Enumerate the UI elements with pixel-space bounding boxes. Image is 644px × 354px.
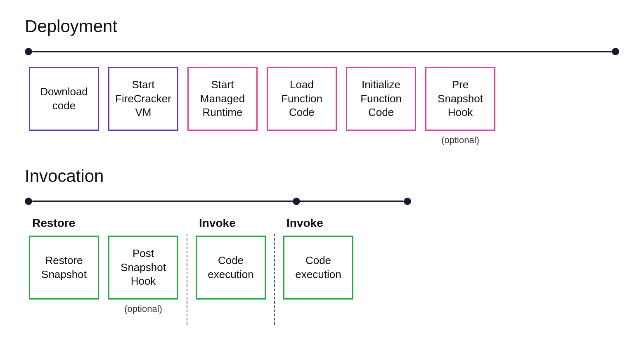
pre-snapshot-hook-box: PreSnapshotHook [425,67,495,131]
start-firecracker-group: StartFireCrackerVM [108,67,178,131]
download-code-group: Downloadcode [29,67,99,131]
invocation-boxes: Restore RestoreSnapshot PostSnapshotHook… [25,217,619,325]
invoke-1-label: Invoke [196,217,236,230]
initialize-function-code-group: InitializeFunctionCode [346,67,416,131]
code-execution-1-group: Codeexecution [196,236,266,300]
restore-boxes-row: RestoreSnapshot PostSnapshotHook (option… [29,236,178,314]
post-snapshot-hook-group: PostSnapshotHook (optional) [108,236,178,314]
invoke-2-label: Invoke [283,217,323,230]
start-firecracker-label: StartFireCrackerVM [115,78,171,120]
invoke-group-1: Invoke Codeexecution [196,217,266,300]
load-function-code-group: LoadFunctionCode [267,67,337,131]
load-function-code-label: LoadFunctionCode [281,78,322,120]
restore-group-label: Restore [29,217,75,230]
restore-snapshot-group: RestoreSnapshot [29,236,99,300]
deployment-title: Deployment [25,17,619,36]
download-code-box: Downloadcode [29,67,99,131]
initialize-function-code-box: InitializeFunctionCode [346,67,416,131]
restore-snapshot-box: RestoreSnapshot [29,236,99,300]
restore-snapshot-label: RestoreSnapshot [41,254,87,282]
post-snapshot-hook-box: PostSnapshotHook [108,236,178,300]
invocation-title: Invocation [25,166,619,186]
code-execution-1-box: Codeexecution [196,236,266,300]
start-managed-runtime-box: StartManagedRuntime [187,67,258,131]
code-execution-2-box: Codeexecution [283,236,353,300]
invoke-1-boxes-row: Codeexecution [196,236,266,300]
dashed-divider-2 [274,234,275,325]
pre-snapshot-hook-label: PreSnapshotHook [438,78,483,120]
invoke-2-boxes-row: Codeexecution [283,236,353,300]
code-execution-1-label: Codeexecution [208,254,253,282]
start-managed-runtime-group: StartManagedRuntime [187,67,258,131]
initialize-function-code-label: InitializeFunctionCode [360,78,402,120]
invocation-dot-mid [293,198,300,205]
invocation-section: Invocation Restore RestoreSnapshot [25,166,619,325]
invocation-line-left [32,201,296,202]
invocation-dot-left [25,198,32,205]
deployment-boxes: Downloadcode StartFireCrackerVM StartMan… [25,67,619,146]
deployment-timeline-line [32,51,612,52]
start-firecracker-box: StartFireCrackerVM [108,67,178,131]
invocation-dot-right [404,198,411,205]
deployment-timeline-dot-left [25,48,32,55]
deployment-section: Deployment Downloadcode StartFireCracker… [25,17,619,146]
code-execution-2-group: Codeexecution [283,236,353,300]
pre-snapshot-hook-group: PreSnapshotHook (optional) [425,67,495,146]
code-execution-2-label: Codeexecution [295,254,341,282]
dashed-divider-1 [187,234,187,325]
invocation-timeline [25,198,619,205]
start-managed-runtime-label: StartManagedRuntime [200,78,245,120]
deployment-timeline-dot-right [612,48,619,55]
post-snapshot-optional-label: (optional) [124,304,162,314]
pre-snapshot-optional-label: (optional) [441,135,479,146]
invoke-group-2: Invoke Codeexecution [283,217,353,300]
restore-group: Restore RestoreSnapshot PostSnapshotHook… [29,217,178,314]
invocation-line-right [296,201,404,202]
deployment-timeline [25,48,619,55]
post-snapshot-hook-label: PostSnapshotHook [121,247,166,288]
download-code-label: Downloadcode [40,85,88,113]
load-function-code-box: LoadFunctionCode [267,67,337,131]
